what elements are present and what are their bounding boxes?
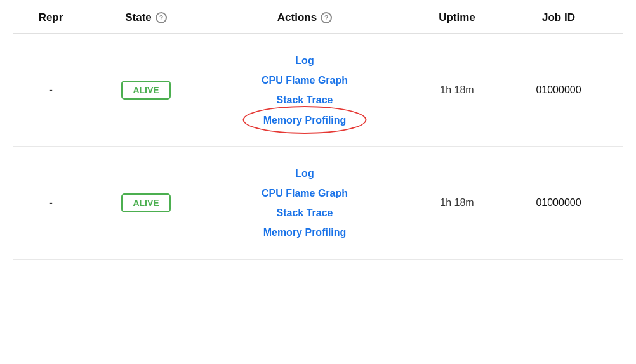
header-repr-label: Repr	[39, 11, 63, 24]
header-jobid-label: Job ID	[542, 11, 575, 24]
header-repr: Repr	[13, 11, 89, 24]
state-cell-1: ALIVE	[89, 81, 203, 100]
header-actions-label: Actions	[277, 11, 317, 24]
jobid-cell-1: 01000000	[508, 84, 609, 96]
repr-cell-1: -	[13, 84, 89, 97]
table-header: Repr State ? Actions ? Uptime Job ID	[13, 0, 623, 34]
uptime-cell-2: 1h 18m	[406, 197, 508, 209]
header-uptime-label: Uptime	[439, 11, 475, 24]
actions-cell-2: Log CPU Flame Graph Stack Trace Memory P…	[203, 165, 406, 242]
uptime-cell-1: 1h 18m	[406, 84, 508, 96]
uptime-value-1: 1h 18m	[440, 84, 474, 95]
table-row: - ALIVE Log CPU Flame Graph Stack Trace …	[13, 34, 623, 147]
alive-badge-1: ALIVE	[121, 81, 170, 100]
stack-trace-link-2[interactable]: Stack Trace	[277, 204, 333, 221]
header-jobid: Job ID	[508, 11, 609, 24]
header-uptime: Uptime	[406, 11, 508, 24]
state-cell-2: ALIVE	[89, 193, 203, 212]
actions-cell-1: Log CPU Flame Graph Stack Trace Memory P…	[203, 52, 406, 129]
jobid-value-1: 01000000	[536, 84, 581, 95]
stack-trace-link-1[interactable]: Stack Trace	[277, 91, 333, 108]
memory-profiling-wrapper-1: Memory Profiling	[263, 112, 347, 129]
repr-value-1: -	[49, 84, 53, 96]
alive-badge-2: ALIVE	[121, 193, 170, 212]
cpu-flame-graph-link-2[interactable]: CPU Flame Graph	[262, 185, 348, 202]
memory-profiling-link-2[interactable]: Memory Profiling	[263, 224, 347, 241]
repr-value-2: -	[49, 197, 53, 209]
actions-help-icon[interactable]: ?	[321, 12, 332, 23]
header-state-label: State	[125, 11, 152, 24]
log-link-1[interactable]: Log	[295, 52, 314, 69]
uptime-value-2: 1h 18m	[440, 197, 474, 208]
jobid-value-2: 01000000	[536, 197, 581, 208]
log-link-2[interactable]: Log	[295, 165, 314, 182]
header-actions: Actions ?	[203, 11, 406, 24]
state-help-icon[interactable]: ?	[156, 12, 167, 23]
header-state: State ?	[89, 11, 203, 24]
cpu-flame-graph-link-1[interactable]: CPU Flame Graph	[262, 72, 348, 89]
table-row: - ALIVE Log CPU Flame Graph Stack Trace …	[13, 147, 623, 260]
memory-profiling-link-1[interactable]: Memory Profiling	[263, 115, 347, 126]
main-table: Repr State ? Actions ? Uptime Job ID - A…	[0, 0, 636, 260]
repr-cell-2: -	[13, 197, 89, 210]
jobid-cell-2: 01000000	[508, 197, 609, 209]
